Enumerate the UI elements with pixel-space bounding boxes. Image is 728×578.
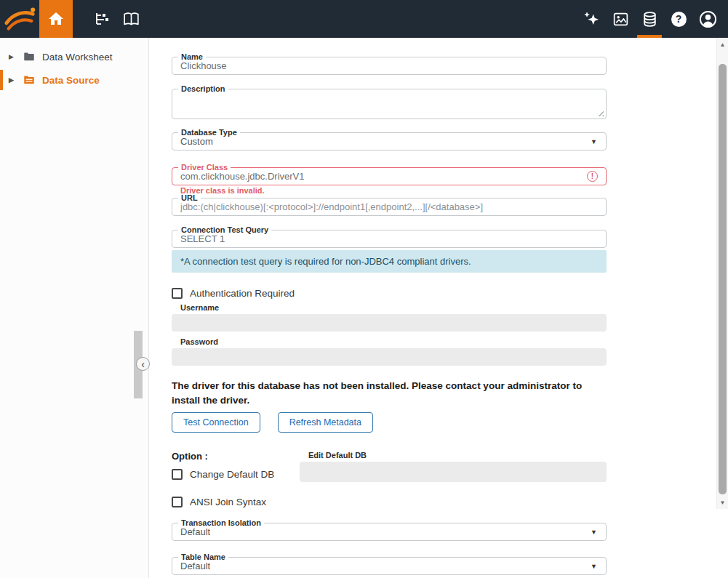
name-field[interactable]: Name Clickhouse	[172, 57, 607, 75]
driver-class-value: com.clickhouse.jdbc.DriverV1	[180, 171, 305, 182]
authentication-required-checkbox[interactable]	[172, 288, 183, 299]
home-button[interactable]	[39, 0, 73, 38]
error-icon: !	[587, 171, 598, 182]
change-default-db-checkbox[interactable]	[172, 469, 183, 480]
name-label: Name	[178, 52, 206, 62]
edit-default-db-label: Edit Default DB	[308, 451, 607, 459]
chevron-down-icon[interactable]: ▼	[591, 563, 597, 570]
database-type-label: Database Type	[178, 128, 240, 137]
ansi-join-syntax-checkbox[interactable]	[172, 497, 183, 507]
sidebar-item-label: Data Worksheet	[42, 52, 113, 63]
home-icon	[47, 10, 65, 28]
sidebar-collapse-button[interactable]: ‹	[136, 357, 150, 371]
url-placeholder: jdbc:(ch|clickhouse)[:<protocol>]://endp…	[180, 201, 483, 212]
driver-class-field[interactable]: Driver Class com.clickhouse.jdbc.DriverV…	[172, 167, 607, 185]
expand-arrow-icon[interactable]: ▶	[9, 76, 16, 84]
open-book-icon	[122, 10, 140, 28]
app-logo-icon[interactable]	[0, 0, 39, 38]
ansi-join-syntax-label: ANSI Join Syntax	[190, 497, 266, 507]
sidebar-item-data-source[interactable]: ▶ Data Source	[0, 68, 148, 92]
chevron-down-icon[interactable]: ▼	[591, 138, 597, 145]
connection-test-query-value: SELECT 1	[180, 233, 225, 244]
edit-default-db-field-disabled	[300, 462, 607, 482]
transaction-isolation-select[interactable]: Transaction Isolation Default ▼	[172, 523, 607, 541]
table-name-select[interactable]: Table Name Default ▼	[172, 557, 607, 575]
database-icon	[641, 10, 659, 28]
tree-icon	[93, 10, 111, 28]
ai-assistant-button[interactable]	[577, 0, 606, 38]
data-sources-button[interactable]	[635, 0, 664, 38]
folder-icon	[23, 50, 36, 63]
connection-test-query-field[interactable]: Connection Test Query SELECT 1	[172, 230, 607, 248]
data-source-folder-icon	[23, 73, 36, 87]
topbar: ?	[0, 0, 728, 38]
worksheet-tree-button[interactable]	[87, 0, 116, 38]
username-label: Username	[180, 303, 607, 312]
table-name-label: Table Name	[178, 553, 228, 562]
account-button[interactable]	[693, 0, 722, 38]
scroll-up-icon[interactable]: ▲	[717, 41, 728, 48]
table-name-value: Default	[180, 561, 210, 571]
password-label: Password	[180, 337, 607, 346]
url-label: URL	[178, 193, 201, 203]
sparkle-icon	[582, 9, 601, 28]
password-field-disabled	[172, 348, 607, 366]
driver-class-error-message: Driver class is invalid.	[180, 186, 607, 195]
authentication-required-label: Authentication Required	[190, 288, 295, 299]
change-default-db-row[interactable]: Change Default DB	[172, 469, 300, 480]
active-tab-indicator	[637, 35, 662, 38]
data-source-form-panel: Name Clickhouse Description Database Typ…	[150, 38, 716, 578]
username-field-disabled	[172, 314, 607, 332]
name-value: Clickhouse	[180, 60, 227, 71]
refresh-metadata-button[interactable]: Refresh Metadata	[278, 412, 373, 433]
change-default-db-label: Change Default DB	[190, 469, 274, 480]
gallery-button[interactable]	[606, 0, 635, 38]
driver-not-installed-message: The driver for this database has not bee…	[172, 379, 607, 408]
authentication-required-row[interactable]: Authentication Required	[172, 288, 607, 299]
scroll-down-icon[interactable]: ▼	[717, 499, 728, 506]
database-type-value: Custom	[180, 136, 213, 147]
expand-arrow-icon[interactable]: ▶	[9, 53, 16, 60]
description-field[interactable]: Description	[172, 89, 607, 119]
active-item-indicator	[0, 70, 3, 90]
database-type-select[interactable]: Database Type Custom ▼	[172, 132, 607, 150]
help-icon: ?	[671, 12, 687, 27]
sidebar: ▶ Data Worksheet ▶ Data Source	[0, 38, 149, 578]
test-connection-button[interactable]: Test Connection	[172, 412, 260, 433]
help-button[interactable]: ?	[664, 0, 693, 38]
description-label: Description	[178, 84, 228, 94]
connection-test-query-label: Connection Test Query	[178, 225, 271, 235]
sidebar-item-label: Data Source	[42, 75, 100, 86]
transaction-isolation-label: Transaction Isolation	[178, 518, 264, 528]
info-banner: *A connection test query is required for…	[172, 250, 607, 273]
sidebar-item-data-worksheet[interactable]: ▶ Data Worksheet	[0, 45, 148, 68]
option-section-label: Option :	[172, 451, 300, 462]
transaction-isolation-value: Default	[180, 526, 210, 537]
account-circle-icon	[698, 9, 718, 29]
url-field[interactable]: URL jdbc:(ch|clickhouse)[:<protocol>]://…	[172, 198, 607, 216]
vertical-scrollbar[interactable]: ▲ ▼	[716, 38, 728, 509]
textarea-resize-handle[interactable]	[597, 110, 604, 116]
driver-class-label: Driver Class	[178, 163, 231, 172]
chevron-down-icon[interactable]: ▼	[591, 529, 597, 536]
library-button[interactable]	[116, 0, 145, 38]
scrollbar-thumb[interactable]	[719, 64, 727, 494]
ansi-join-syntax-row[interactable]: ANSI Join Syntax	[172, 497, 607, 507]
image-icon	[612, 10, 630, 28]
